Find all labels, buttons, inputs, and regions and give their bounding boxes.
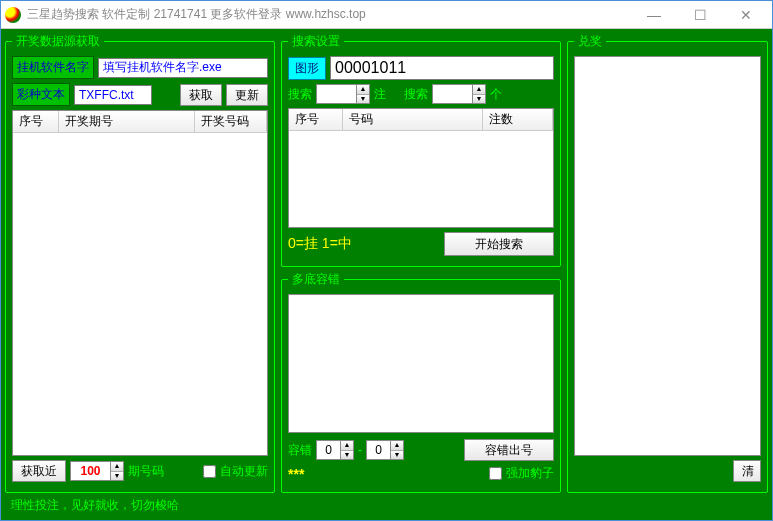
auto-update-checkbox[interactable]: 自动更新 [203,463,268,480]
app-window: 三星趋势搜索 软件定制 21741741 更多软件登录 www.hzhsc.to… [0,0,773,521]
footer-text: 理性投注，见好就收，切勿梭哈 [5,495,768,516]
panel-redeem-legend: 兑奖 [574,33,606,50]
near-count-input[interactable] [70,461,110,481]
fault-input-b[interactable] [366,440,390,460]
draw-list[interactable]: 序号 开奖期号 开奖号码 [12,110,268,456]
dash: - [358,443,362,457]
fault-spinner-a[interactable]: ▲▼ [316,440,354,460]
fetch-button[interactable]: 获取 [180,84,222,106]
force-leopard-label: 强加豹子 [506,465,554,482]
update-button[interactable]: 更新 [226,84,268,106]
draw-list-header: 序号 开奖期号 开奖号码 [13,111,267,133]
spin-up[interactable]: ▲ [357,85,369,95]
panel-data-legend: 开奖数据源获取 [12,33,104,50]
search-list-body [289,131,553,227]
search-result-list[interactable]: 序号 号码 注数 [288,108,554,228]
spin-down[interactable]: ▼ [391,451,403,460]
fault-output-button[interactable]: 容错出号 [464,439,554,461]
lottery-label: 彩种文本 [12,83,70,106]
search-label-b: 搜索 [404,86,428,103]
start-search-button[interactable]: 开始搜索 [444,232,554,256]
panel-search-legend: 搜索设置 [288,33,344,50]
soft-name-input[interactable] [98,58,268,78]
col-seq: 序号 [13,111,59,132]
lottery-file-input[interactable] [74,85,152,105]
spin-up[interactable]: ▲ [341,441,353,451]
search-spinner-b[interactable]: ▲▼ [432,84,486,104]
spin-up[interactable]: ▲ [111,462,123,472]
col-number: 开奖号码 [195,111,267,132]
maximize-button[interactable]: ☐ [678,4,722,26]
client-area: 开奖数据源获取 挂机软件名字 彩种文本 获取 更新 序号 开奖期号 开 [1,29,772,520]
panel-search-column: 搜索设置 图形 搜索 ▲▼ 注 搜索 [281,33,561,493]
panel-search: 搜索设置 图形 搜索 ▲▼ 注 搜索 [281,33,561,267]
soft-name-label: 挂机软件名字 [12,56,94,79]
redeem-log[interactable] [574,56,761,456]
search-input-a[interactable] [316,84,356,104]
stars-label: *** [288,466,304,482]
force-leopard-checkbox[interactable]: 强加豹子 [489,465,554,482]
spin-up[interactable]: ▲ [473,85,485,95]
panel-data-source: 开奖数据源获取 挂机软件名字 彩种文本 获取 更新 序号 开奖期号 开 [5,33,275,493]
clear-button[interactable]: 清 [733,460,761,482]
fault-input-a[interactable] [316,440,340,460]
fetch-near-button[interactable]: 获取近 [12,460,66,482]
fault-spinner-b[interactable]: ▲▼ [366,440,404,460]
app-icon [5,7,21,23]
search-label-a: 搜索 [288,86,312,103]
near-count-spinner[interactable]: ▲▼ [70,461,124,481]
fault-textarea[interactable] [288,294,554,433]
shape-input[interactable] [330,56,554,80]
draw-list-body [13,133,267,455]
titlebar: 三星趋势搜索 软件定制 21741741 更多软件登录 www.hzhsc.to… [1,1,772,29]
zhu-label: 注 [374,86,386,103]
period-suffix: 期号码 [128,463,164,480]
spin-down[interactable]: ▼ [111,472,123,481]
panel-fault-legend: 多底容错 [288,271,344,288]
spin-up[interactable]: ▲ [391,441,403,451]
col-bet: 注数 [483,109,553,130]
shape-label: 图形 [288,57,326,80]
spin-down[interactable]: ▼ [341,451,353,460]
col-num: 号码 [343,109,483,130]
panel-fault: 多底容错 容错 ▲▼ - ▲▼ 容错出 [281,271,561,493]
search-input-b[interactable] [432,84,472,104]
fault-label: 容错 [288,442,312,459]
search-spinner-a[interactable]: ▲▼ [316,84,370,104]
search-list-header: 序号 号码 注数 [289,109,553,131]
auto-update-label: 自动更新 [220,463,268,480]
col-period: 开奖期号 [59,111,195,132]
col-seq: 序号 [289,109,343,130]
force-leopard-input[interactable] [489,467,502,480]
panels: 开奖数据源获取 挂机软件名字 彩种文本 获取 更新 序号 开奖期号 开 [5,33,768,493]
minimize-button[interactable]: — [632,4,676,26]
spin-down[interactable]: ▼ [473,95,485,104]
spin-down[interactable]: ▼ [357,95,369,104]
close-button[interactable]: ✕ [724,4,768,26]
window-title: 三星趋势搜索 软件定制 21741741 更多软件登录 www.hzhsc.to… [27,6,632,23]
window-controls: — ☐ ✕ [632,4,768,26]
panel-redeem: 兑奖 清 [567,33,768,493]
auto-update-input[interactable] [203,465,216,478]
ge-label: 个 [490,86,502,103]
legend-hint: 0=挂 1=中 [288,235,352,253]
